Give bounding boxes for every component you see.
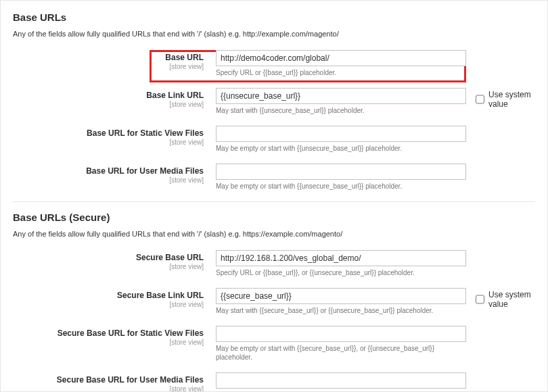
- checkbox-use-system-value-secure-base-link-url[interactable]: [476, 295, 484, 304]
- label-secure-base-url-static: Secure Base URL for Static View Files: [13, 328, 204, 338]
- help-secure-base-url: Specify URL or {{base_url}}, or {{unsecu…: [216, 268, 466, 277]
- label-use-system-value: Use system value: [488, 90, 535, 109]
- scope-secure-base-link-url: [store view]: [13, 301, 204, 309]
- field-row-secure-base-url-media: Secure Base URL for User Media Files [st…: [13, 372, 535, 392]
- help-base-url-static: May be empty or start with {{unsecure_ba…: [216, 144, 466, 153]
- help-base-url: Specify URL or {{base_url}} placeholder.: [216, 68, 466, 77]
- checkbox-use-system-value-base-link-url[interactable]: [476, 95, 484, 104]
- input-base-url-static[interactable]: [216, 126, 466, 142]
- label-base-url-static: Base URL for Static View Files: [13, 128, 204, 138]
- input-base-url-media[interactable]: [216, 164, 466, 180]
- scope-base-url-media: [store view]: [13, 176, 204, 185]
- scope-base-url: [store view]: [13, 63, 204, 71]
- input-secure-base-url[interactable]: [216, 250, 466, 266]
- field-row-base-url-media: Base URL for User Media Files [store vie…: [13, 164, 535, 191]
- label-base-url-media: Base URL for User Media Files: [13, 166, 204, 176]
- label-secure-base-url: Secure Base URL: [13, 253, 204, 262]
- help-base-url-media: May be empty or start with {{unsecure_ba…: [216, 182, 466, 191]
- label-base-link-url: Base Link URL: [13, 91, 204, 100]
- help-secure-base-link-url: May start with {{secure_base_url}} or {{…: [216, 306, 466, 315]
- scope-secure-base-url: [store view]: [13, 263, 204, 271]
- scope-base-url-static: [store view]: [13, 139, 204, 147]
- section-title-base-urls: Base URLs: [13, 11, 535, 23]
- field-row-base-link-url: Base Link URL [store view] May start wit…: [13, 88, 535, 115]
- field-row-secure-base-url: Secure Base URL [store view] Specify URL…: [13, 250, 535, 277]
- input-secure-base-url-static[interactable]: [216, 326, 466, 342]
- section-divider: [13, 201, 535, 202]
- label-use-system-value: Use system value: [488, 290, 535, 309]
- use-system-value-secure-base-link-url[interactable]: Use system value: [476, 290, 535, 309]
- scope-base-link-url: [store view]: [13, 101, 204, 109]
- section-title-base-urls-secure: Base URLs (Secure): [13, 212, 535, 223]
- label-secure-base-url-media: Secure Base URL for User Media Files: [13, 375, 204, 385]
- section-desc-base-urls-secure: Any of the fields allow fully qualified …: [13, 230, 535, 238]
- field-row-secure-base-link-url: Secure Base Link URL [store view] May st…: [13, 288, 535, 315]
- label-base-url: Base URL: [13, 53, 204, 62]
- input-secure-base-url-media[interactable]: [216, 372, 466, 389]
- help-base-link-url: May start with {{unsecure_base_url}} pla…: [216, 106, 466, 115]
- scope-secure-base-url-static: [store view]: [13, 339, 204, 347]
- help-secure-base-url-static: May be empty or start with {{secure_base…: [216, 344, 466, 362]
- input-base-link-url[interactable]: [216, 88, 466, 104]
- scope-secure-base-url-media: [store view]: [13, 385, 204, 392]
- use-system-value-base-link-url[interactable]: Use system value: [476, 90, 535, 109]
- input-base-url[interactable]: [216, 50, 466, 66]
- label-secure-base-link-url: Secure Base Link URL: [13, 291, 204, 300]
- config-page: Base URLs Any of the fields allow fully …: [0, 0, 548, 392]
- field-row-base-url-static: Base URL for Static View Files [store vi…: [13, 126, 535, 153]
- field-row-base-url: Base URL [store view] Specify URL or {{b…: [13, 50, 535, 77]
- input-secure-base-link-url[interactable]: [216, 288, 466, 304]
- section-desc-base-urls: Any of the fields allow fully qualified …: [13, 30, 535, 38]
- field-row-secure-base-url-static: Secure Base URL for Static View Files [s…: [13, 326, 535, 362]
